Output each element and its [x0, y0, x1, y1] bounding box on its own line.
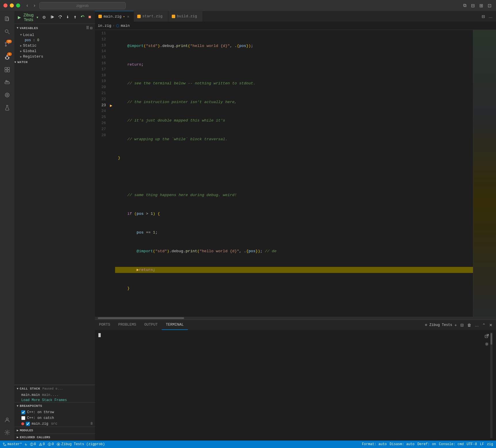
pos-colon: :	[33, 38, 37, 42]
terminal-scrollbar-thumb[interactable]	[491, 333, 492, 345]
stack-frame-item[interactable]: main.main main....	[14, 392, 95, 398]
activity-source-control[interactable]: 16	[1, 39, 13, 50]
continue-button[interactable]	[49, 14, 56, 20]
terminal-content	[98, 333, 483, 438]
stop-button[interactable]	[87, 14, 93, 20]
disasm-info[interactable]: Disasm: auto	[390, 442, 414, 446]
svg-rect-0	[5, 17, 8, 21]
editor-scrollbar-x[interactable]	[95, 317, 496, 320]
variables-header[interactable]: ▼ VARIABLES ⠿ ⊟	[14, 24, 95, 32]
tab-main-zig[interactable]: main.zig ● ✕	[95, 11, 134, 22]
activity-accounts[interactable]	[1, 414, 13, 426]
info-count[interactable]: 0	[48, 442, 54, 446]
lang-info[interactable]: zig	[487, 442, 493, 446]
runner-status[interactable]: Zibug Tests (zigprob)	[57, 442, 105, 446]
code-content[interactable]: @import("std").debug.print("hello world …	[115, 30, 473, 317]
search-input[interactable]	[39, 2, 126, 9]
activity-explorer[interactable]	[1, 13, 13, 25]
terminal-external-link-icon[interactable]	[483, 333, 490, 339]
terminal-settings-icon[interactable]	[483, 341, 490, 348]
activity-extensions[interactable]	[1, 64, 13, 75]
breadcrumb-file[interactable]: in.zig	[98, 24, 111, 28]
customize-layout-button[interactable]: ⊡	[487, 2, 493, 9]
bp-mainzig-checkbox[interactable]	[26, 422, 30, 426]
panel-toggle-button[interactable]: ⊟	[470, 2, 476, 9]
errors-count[interactable]: 0	[30, 442, 36, 446]
new-terminal-button[interactable]: +	[453, 322, 458, 328]
watch-header[interactable]: ▼ WATCH	[14, 59, 95, 65]
split-terminal-button[interactable]: ⊟	[459, 322, 465, 328]
runner-chevron: ▼	[36, 16, 39, 19]
watch-chevron: ▼	[14, 61, 16, 64]
panel-tab-ports[interactable]: PORTS	[95, 320, 114, 330]
static-section[interactable]: ▶ Static	[14, 43, 95, 48]
tab-close-main-zig[interactable]: ✕	[126, 14, 130, 20]
activity-flask[interactable]	[1, 102, 13, 113]
breadcrumb-symbol[interactable]: main	[121, 24, 130, 28]
scrollbar-x-thumb[interactable]	[98, 317, 184, 319]
code-line-22: @import("std").debug.print("hello world …	[115, 248, 473, 255]
svg-rect-10	[5, 70, 7, 72]
bp-cpp-throw: C++: on throw	[14, 409, 95, 415]
back-button[interactable]: ‹	[25, 2, 30, 9]
step-out-button[interactable]	[72, 14, 78, 20]
activity-docker[interactable]	[1, 77, 13, 88]
kill-terminal-button[interactable]: 🗑	[466, 322, 472, 328]
activity-settings[interactable]	[1, 427, 13, 438]
global-section[interactable]: ▶ Global	[14, 48, 95, 54]
expand-all-icon[interactable]: ⠿	[86, 26, 89, 31]
step-into-button[interactable]	[64, 14, 71, 20]
collapse-all-icon[interactable]: ⊟	[90, 26, 93, 31]
tab-bar: main.zig ● ✕ start.zig build.zig ⊟ …	[95, 11, 496, 22]
eol-info[interactable]: LF	[480, 442, 484, 446]
panel-more-button[interactable]: …	[474, 322, 480, 328]
call-stack-status: Paused o...	[43, 387, 63, 390]
pos-prop: pos	[25, 38, 31, 42]
breakpoints-header[interactable]: ▼ BREAKPOINTS	[14, 403, 95, 409]
terminal-scrollbar[interactable]	[490, 333, 493, 438]
panel-tab-problems[interactable]: PROBLEMS	[114, 320, 140, 330]
registers-section[interactable]: ▶ Registers	[14, 54, 95, 59]
deref-info[interactable]: Deref: on	[417, 442, 436, 446]
svg-marker-24	[67, 17, 68, 18]
step-over-button[interactable]	[57, 14, 63, 20]
bp-cpp-throw-checkbox[interactable]	[21, 410, 25, 414]
local-section[interactable]: ▼ Local	[14, 32, 95, 38]
minimize-traffic-light[interactable]	[10, 3, 14, 7]
static-label: Static	[23, 43, 37, 48]
restart-button[interactable]	[79, 14, 86, 20]
tab-start-zig[interactable]: start.zig	[134, 11, 168, 22]
sidebar-toggle-button[interactable]: ⧉	[462, 2, 468, 9]
warnings-count[interactable]: 0	[39, 442, 45, 446]
excluded-callers-section[interactable]: ▶ EXCLUDED CALLERS	[14, 434, 95, 441]
console-info[interactable]: Console: cmd	[439, 442, 464, 446]
debug-arrow-icon: ▶	[110, 103, 112, 108]
maximize-traffic-light[interactable]	[16, 3, 20, 7]
activity-debug[interactable]: 1	[1, 51, 13, 63]
code-line-24: }	[115, 285, 473, 292]
debug-settings-button[interactable]: ⚙	[41, 14, 47, 20]
run-tests-button[interactable]: ▶ Zibug Tests ▼	[17, 12, 40, 22]
split-editor-button[interactable]: ⊟	[480, 14, 486, 19]
encoding-info[interactable]: UTF-8	[467, 442, 477, 446]
sync-button[interactable]: ↻	[25, 442, 27, 447]
git-branch[interactable]: master*	[3, 442, 22, 446]
bp-cpp-catch-checkbox[interactable]	[21, 416, 25, 420]
activity-search[interactable]	[1, 26, 13, 37]
call-stack-header[interactable]: ▼ CALL STACK Paused o...	[14, 385, 95, 392]
editor-scroll[interactable]: 11 12 13 14 15 16 17 18 19 20 21 22 23 2…	[95, 30, 496, 317]
panel-maximize-button[interactable]: ⌃	[481, 322, 487, 328]
modules-section[interactable]: ▶ MODULES	[14, 427, 95, 434]
panel-tab-terminal[interactable]: TERMINAL	[162, 320, 188, 330]
panel-close-button[interactable]: ✕	[488, 322, 494, 328]
code-line-13: // see the terminal below -- nothing wri…	[115, 80, 473, 87]
terminal-area[interactable]	[95, 330, 496, 441]
activity-kubernetes[interactable]	[1, 89, 13, 101]
close-traffic-light[interactable]	[3, 3, 7, 7]
format-info[interactable]: Format: auto	[362, 442, 387, 446]
panel-tab-output[interactable]: OUTPUT	[140, 320, 162, 330]
tab-build-zig[interactable]: build.zig	[168, 11, 203, 22]
more-actions-button[interactable]: …	[487, 14, 494, 19]
forward-button[interactable]: ›	[32, 2, 37, 9]
layout-button[interactable]: ⊞	[478, 2, 484, 9]
